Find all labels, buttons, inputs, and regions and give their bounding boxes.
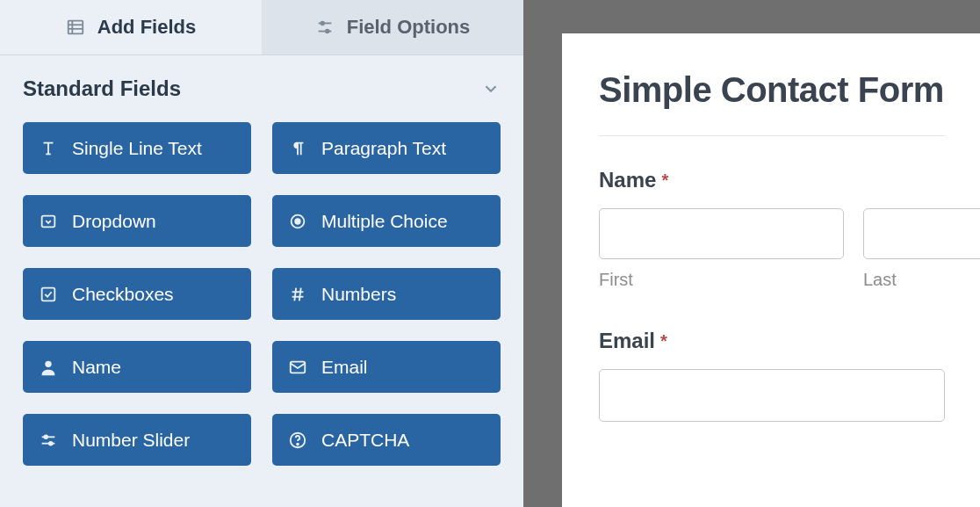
- last-sublabel: Last: [863, 270, 980, 290]
- envelope-icon: [288, 358, 307, 377]
- pilcrow-icon: [288, 139, 307, 158]
- field-checkboxes[interactable]: Checkboxes: [23, 268, 251, 320]
- required-mark: *: [661, 170, 668, 191]
- field-label: Paragraph Text: [321, 138, 446, 159]
- field-multiple-choice[interactable]: Multiple Choice: [272, 195, 501, 247]
- chevron-down-icon: [481, 79, 501, 98]
- question-circle-icon: [288, 431, 307, 450]
- field-number-slider[interactable]: Number Slider: [23, 414, 251, 466]
- svg-line-18: [299, 287, 301, 301]
- sidebar: Add Fields Field Options Standard Fields: [0, 0, 523, 507]
- form-card: Simple Contact Form Name * First Last Em…: [562, 33, 980, 507]
- last-name-col: Last: [863, 208, 980, 290]
- preview-area: Simple Contact Form Name * First Last Em…: [523, 0, 980, 507]
- email-input[interactable]: [599, 369, 945, 422]
- field-label: Multiple Choice: [321, 211, 448, 232]
- user-icon: [39, 358, 58, 377]
- app-root: Add Fields Field Options Standard Fields: [0, 0, 980, 507]
- svg-rect-14: [42, 287, 55, 301]
- checkbox-icon: [39, 285, 58, 304]
- field-label: Name: [72, 357, 121, 378]
- section-title: Standard Fields: [23, 76, 181, 101]
- radio-icon: [288, 212, 307, 231]
- required-mark: *: [660, 331, 667, 351]
- field-grid: Single Line Text Paragraph Text Dropdown: [23, 122, 501, 466]
- field-captcha[interactable]: CAPTCHA: [272, 414, 501, 466]
- hash-icon: [288, 285, 307, 304]
- field-label: Dropdown: [72, 211, 156, 232]
- svg-point-13: [295, 219, 300, 224]
- email-label-text: Email: [599, 329, 655, 353]
- slider-icon: [39, 431, 58, 450]
- svg-rect-11: [42, 215, 55, 227]
- tabs: Add Fields Field Options: [0, 0, 523, 55]
- svg-point-24: [49, 441, 53, 445]
- divider: [599, 135, 945, 136]
- svg-rect-0: [68, 21, 83, 34]
- field-name[interactable]: Name: [23, 341, 251, 393]
- first-name-col: First: [599, 208, 844, 290]
- tab-field-options[interactable]: Field Options: [262, 0, 523, 55]
- svg-point-7: [326, 30, 329, 33]
- name-label: Name *: [599, 168, 945, 192]
- field-dropdown[interactable]: Dropdown: [23, 195, 251, 247]
- email-label: Email *: [599, 329, 945, 353]
- text-cursor-icon: [39, 139, 58, 158]
- field-label: Numbers: [321, 284, 396, 305]
- first-name-input[interactable]: [599, 208, 844, 259]
- field-label: Checkboxes: [72, 284, 174, 305]
- svg-point-5: [321, 22, 324, 25]
- field-paragraph-text[interactable]: Paragraph Text: [272, 122, 501, 174]
- svg-point-22: [44, 435, 47, 438]
- field-single-line-text[interactable]: Single Line Text: [23, 122, 251, 174]
- last-name-input[interactable]: [863, 208, 980, 259]
- standard-fields-section: Standard Fields Single Line Text Para: [0, 55, 523, 466]
- first-sublabel: First: [599, 270, 844, 290]
- field-label: Number Slider: [72, 430, 190, 451]
- fields-icon: [66, 18, 85, 37]
- name-label-text: Name: [599, 168, 656, 192]
- tab-field-options-label: Field Options: [347, 16, 471, 39]
- field-label: Email: [321, 357, 368, 378]
- svg-point-19: [45, 360, 51, 366]
- tab-add-fields-label: Add Fields: [97, 16, 196, 39]
- svg-point-26: [297, 443, 299, 445]
- field-email[interactable]: Email: [272, 341, 501, 393]
- dropdown-icon: [39, 212, 58, 231]
- svg-line-17: [294, 287, 296, 301]
- section-header[interactable]: Standard Fields: [23, 76, 501, 101]
- field-numbers[interactable]: Numbers: [272, 268, 501, 320]
- field-label: CAPTCHA: [321, 430, 409, 451]
- field-label: Single Line Text: [72, 138, 202, 159]
- name-row: First Last: [599, 208, 945, 290]
- sliders-icon: [315, 18, 335, 37]
- form-title: Simple Contact Form: [599, 70, 945, 109]
- tab-add-fields[interactable]: Add Fields: [0, 0, 262, 55]
